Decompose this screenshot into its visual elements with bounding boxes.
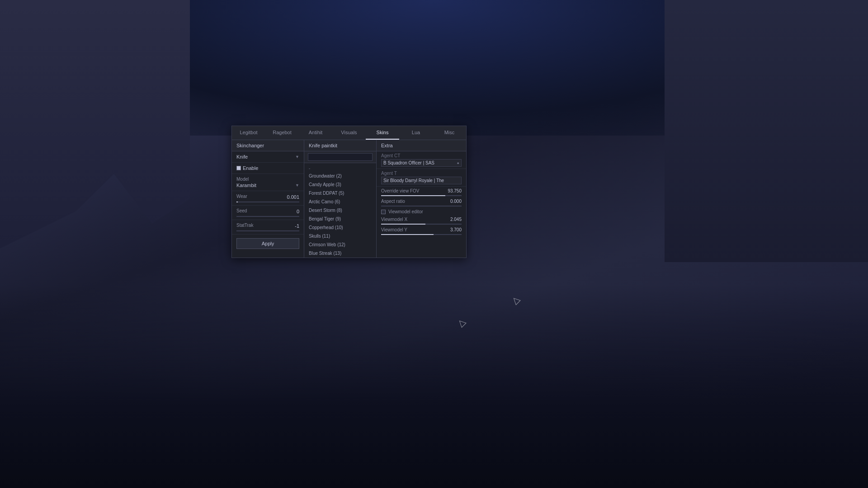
viewmodel-editor-row: Viewmodel editor — [377, 207, 466, 215]
agent-ct-value: B Squadron Officer | SAS — [383, 160, 434, 165]
agent-ct-arrow: ● — [457, 161, 459, 165]
aspect-ratio-row: Aspect ratio 0.000 — [377, 197, 466, 205]
viewmodel-y-value: 3.700 — [450, 227, 462, 232]
extra-header: Extra — [377, 140, 466, 151]
viewmodel-y-slider-fill — [381, 234, 434, 235]
viewmodel-x-slider-fill — [381, 224, 425, 225]
fov-value: 93.750 — [448, 188, 462, 193]
seed-value: 0 — [297, 209, 299, 214]
building-right — [665, 0, 868, 262]
agent-ct-section: Agent CT B Squadron Officer | SAS ● — [377, 151, 466, 169]
skinchanger-header: Skinchanger — [232, 140, 304, 151]
skinchanger-column: Skinchanger Knife ▼ Enable Model Karambi… — [232, 140, 304, 258]
extra-column: Extra Agent CT B Squadron Officer | SAS … — [377, 140, 466, 258]
knife-label: Knife — [236, 154, 248, 160]
search-box — [304, 151, 376, 163]
knife-dropdown-arrow: ▼ — [295, 155, 299, 159]
stattrak-value: -1 — [295, 223, 299, 229]
list-item[interactable]: Bengal Tiger (9) — [304, 215, 376, 223]
aspect-ratio-label: Aspect ratio — [381, 199, 405, 204]
tab-legitbot[interactable]: Legitbot — [232, 126, 265, 140]
search-input[interactable] — [308, 153, 373, 161]
list-item[interactable]: Desert Storm (8) — [304, 206, 376, 215]
paint-list[interactable]: - Groundwater (2) Candy Apple (3) Forest… — [304, 163, 376, 258]
viewmodel-y-slider[interactable] — [381, 234, 462, 235]
list-item[interactable]: Groundwater (2) — [304, 172, 376, 180]
list-item[interactable]: Arctic Camo (6) — [304, 197, 376, 206]
wear-value: 0.001 — [287, 194, 299, 200]
viewmodel-x-slider[interactable] — [381, 224, 462, 225]
stattrak-slider[interactable] — [236, 230, 299, 231]
stattrak-label: StatTrak — [236, 223, 253, 228]
panel-body: Skinchanger Knife ▼ Enable Model Karambi… — [232, 140, 466, 258]
viewmodel-editor-label: Viewmodel editor — [388, 209, 423, 214]
model-value: Karambit — [236, 183, 256, 188]
list-item[interactable]: Blue Streak (13) — [304, 249, 376, 258]
list-item[interactable]: Copperhead (10) — [304, 223, 376, 232]
viewmodel-y-label: Viewmodel Y — [381, 227, 407, 232]
list-item[interactable]: Candy Apple (3) — [304, 180, 376, 189]
apply-button[interactable]: Apply — [236, 238, 299, 249]
tab-skins[interactable]: Skins — [366, 126, 399, 140]
paint-separator: - — [304, 165, 376, 172]
wear-label: Wear — [236, 194, 247, 199]
building-left — [0, 0, 190, 249]
list-item[interactable]: Forest DDPAT (5) — [304, 189, 376, 197]
agent-ct-label: Agent CT — [381, 153, 462, 158]
model-field: Model Karambit ▼ — [232, 174, 304, 191]
seed-field: Seed 0 — [232, 206, 304, 220]
fov-row: Override view FOV 93.750 — [377, 187, 466, 194]
enable-field: Enable — [232, 163, 304, 174]
tab-lua[interactable]: Lua — [399, 126, 433, 140]
viewmodel-y-row: Viewmodel Y 3.700 — [377, 225, 466, 233]
aspect-ratio-value: 0.000 — [450, 199, 462, 204]
ground — [0, 285, 868, 488]
viewmodel-editor-checkbox[interactable] — [381, 210, 386, 214]
agent-t-section: Agent T Sir Bloody Darryl Royale | The — [377, 169, 466, 187]
aspect-ratio-slider[interactable] — [381, 206, 462, 206]
viewmodel-x-row: Viewmodel X 2.045 — [377, 215, 466, 223]
viewmodel-x-label: Viewmodel X — [381, 217, 407, 222]
wear-slider-fill — [236, 202, 238, 202]
tab-antihit[interactable]: Antihit — [299, 126, 332, 140]
model-label: Model — [236, 177, 299, 182]
seed-label: Seed — [236, 208, 247, 213]
knife-field: Knife ▼ — [232, 151, 304, 163]
viewmodel-x-value: 2.045 — [450, 217, 462, 222]
agent-t-dropdown[interactable]: Sir Bloody Darryl Royale | The — [381, 177, 462, 184]
enable-label: Enable — [243, 165, 258, 171]
wear-slider[interactable] — [236, 202, 299, 202]
enable-checkbox[interactable] — [236, 166, 241, 170]
wear-field: Wear 0.001 — [232, 191, 304, 206]
tab-visuals[interactable]: Visuals — [332, 126, 366, 140]
list-item[interactable]: Crimson Web (12) — [304, 240, 376, 249]
knife-paintkit-header: Knife paintkit — [304, 140, 376, 151]
stattrak-field: StatTrak -1 — [232, 220, 304, 235]
list-item[interactable]: Skulls (11) — [304, 232, 376, 240]
main-panel: Legitbot Ragebot Antihit Visuals Skins L… — [231, 126, 467, 258]
model-dropdown-arrow: ▼ — [295, 183, 299, 188]
agent-t-label: Agent T — [381, 171, 462, 176]
tab-ragebot[interactable]: Ragebot — [265, 126, 299, 140]
knife-paintkit-column: Knife paintkit - Groundwater (2) Candy A… — [304, 140, 377, 258]
seed-slider[interactable] — [236, 216, 299, 217]
fov-label: Override view FOV — [381, 188, 419, 193]
fov-slider-fill — [381, 195, 445, 196]
agent-t-value: Sir Bloody Darryl Royale | The — [383, 178, 444, 183]
agent-ct-dropdown[interactable]: B Squadron Officer | SAS ● — [381, 159, 462, 167]
tab-misc[interactable]: Misc — [433, 126, 466, 140]
tab-bar: Legitbot Ragebot Antihit Visuals Skins L… — [232, 126, 466, 140]
fov-slider[interactable] — [381, 195, 462, 196]
